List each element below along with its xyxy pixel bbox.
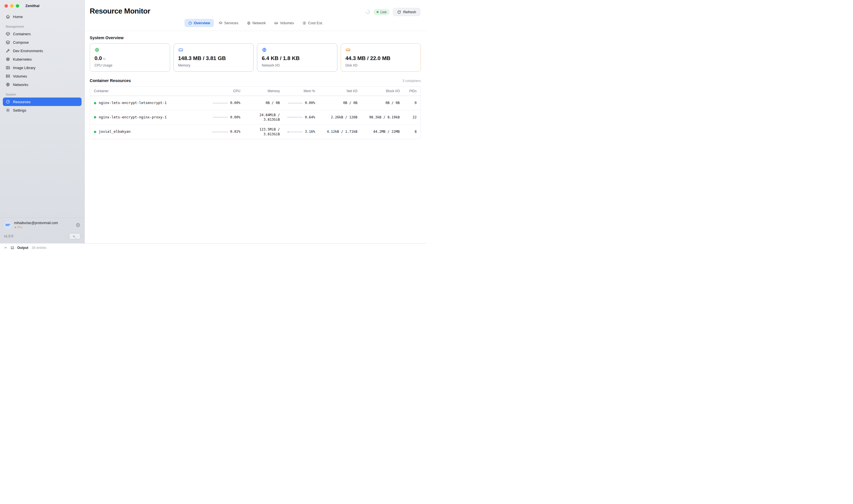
drive-stack-icon bbox=[6, 74, 10, 78]
tab-volumes[interactable]: Volumes bbox=[271, 19, 298, 27]
account-action-icon bbox=[75, 223, 81, 228]
block-io-cell: 44.2MB / 22MB bbox=[361, 127, 404, 137]
pids-cell: 22 bbox=[404, 112, 421, 122]
tab-label: Network bbox=[253, 21, 266, 25]
user-email: mihaiburlac@protonmail.com bbox=[14, 221, 58, 225]
mem-progress-bar bbox=[288, 117, 303, 118]
memory-value: 148.3 MB / 3.81 GB bbox=[178, 55, 249, 61]
sidebar-item-compose[interactable]: Compose bbox=[3, 38, 82, 47]
output-entries-count: 34 entries bbox=[32, 246, 47, 250]
mem-progress-bar bbox=[288, 103, 303, 104]
column-header-cpu: CPU bbox=[202, 87, 244, 95]
cpu-cell: 0.00% bbox=[202, 98, 244, 108]
tab-network[interactable]: Network bbox=[243, 19, 270, 27]
cpu-usage-label: CPU Usage bbox=[94, 64, 165, 67]
container-name-cell: nginx-lets-encrypt-nginx-proxy-1 bbox=[90, 112, 202, 122]
network-io-value: 6.4 KB / 1.8 KB bbox=[262, 55, 333, 61]
table-row[interactable]: nginx-lets-encrypt-letsencrypt-1 0.00% 0… bbox=[90, 96, 421, 110]
sidebar-item-label: Settings bbox=[13, 108, 26, 112]
user-meta: mihaiburlac@protonmail.com ★Pro bbox=[14, 221, 58, 229]
table-row[interactable]: nginx-lets-encrypt-nginx-proxy-1 0.00% 2… bbox=[90, 110, 421, 124]
column-header-memory: Memory bbox=[244, 87, 284, 95]
mem-pct-cell: 3.16% bbox=[284, 127, 319, 137]
mem-pct-value: 3.16% bbox=[305, 129, 315, 134]
memory-cell: 123.5MiB / 3.813GiB bbox=[244, 125, 284, 139]
live-status-badge: Live bbox=[373, 9, 389, 15]
gauge-icon bbox=[6, 100, 10, 104]
sidebar-item-label: Containers bbox=[13, 32, 31, 36]
tab-label: Services bbox=[224, 21, 238, 25]
chevron-up-icon[interactable] bbox=[4, 246, 7, 250]
disk-io-value: 44.3 MB / 22.0 MB bbox=[346, 55, 416, 61]
cpu-usage-value: 0.0% bbox=[94, 55, 165, 61]
disk-io-label: Disk I/O bbox=[346, 64, 416, 67]
account-action-button[interactable] bbox=[75, 223, 81, 228]
cpu-chip-icon bbox=[94, 47, 165, 52]
mem-pct-cell: 0.64% bbox=[284, 112, 319, 122]
sidebar-item-resources[interactable]: Resources bbox=[3, 97, 82, 106]
layers-icon bbox=[219, 21, 223, 25]
sidebar-item-kubernetes[interactable]: Kubernetes bbox=[3, 55, 82, 64]
cpu-value: 0.00% bbox=[230, 115, 240, 120]
sidebar-item-networks[interactable]: Networks bbox=[3, 80, 82, 89]
tab-services[interactable]: Services bbox=[215, 19, 242, 27]
pids-cell: 0 bbox=[404, 98, 421, 108]
globe-icon bbox=[247, 21, 251, 25]
memory-cell: 0B / 0B bbox=[244, 98, 284, 108]
main-content: Resource Monitor Live Refresh bbox=[85, 0, 426, 243]
sidebar-item-settings[interactable]: Settings bbox=[3, 106, 82, 114]
memory-icon bbox=[178, 47, 249, 52]
tab-cost-est[interactable]: Cost Est. bbox=[299, 19, 327, 27]
memory-label: Memory bbox=[178, 64, 249, 67]
container-name-cell: jovial_elbakyan bbox=[90, 127, 202, 137]
tab-label: Overview bbox=[194, 21, 210, 25]
column-header-block-io: Block I/O bbox=[361, 87, 404, 95]
layers-icon bbox=[6, 40, 10, 44]
globe-icon bbox=[262, 47, 333, 52]
sidebar-item-label: Compose bbox=[13, 40, 29, 44]
sidebar: Zenithal Home Management Containers Comp… bbox=[0, 0, 85, 243]
memory-cell: 24.84MiB / 3.813GiB bbox=[244, 110, 284, 124]
drive-icon bbox=[274, 21, 278, 25]
live-dot-icon bbox=[377, 11, 379, 13]
globe-icon bbox=[6, 82, 10, 87]
container-resources-header: Container Resources 3 containers bbox=[90, 78, 421, 83]
sidebar-item-image-library[interactable]: Image Library bbox=[3, 64, 82, 72]
helm-wheel-icon bbox=[6, 57, 10, 61]
box-icon bbox=[6, 32, 10, 36]
output-bar[interactable]: Output 34 entries bbox=[0, 243, 426, 252]
tab-label: Volumes bbox=[280, 21, 294, 25]
close-window-button[interactable] bbox=[4, 4, 8, 7]
minimize-window-button[interactable] bbox=[10, 4, 14, 7]
container-resources-heading: Container Resources bbox=[90, 78, 131, 83]
version-row: v1.0.0 >_ bbox=[0, 231, 84, 243]
table-header-row: Container CPU Memory Mem % Net I/O Block… bbox=[90, 87, 421, 96]
terminal-icon: >_ bbox=[73, 235, 76, 238]
tab-bar: Overview Services Network Volumes bbox=[85, 16, 426, 31]
terminal-button[interactable]: >_ bbox=[69, 233, 81, 239]
system-overview-heading: System Overview bbox=[90, 36, 421, 40]
column-header-pids: PIDs bbox=[404, 87, 421, 95]
sidebar-nav: Home Management Containers Compose Dev E… bbox=[0, 11, 84, 114]
cpu-progress-bar bbox=[213, 117, 228, 118]
refresh-button[interactable]: Refresh bbox=[393, 8, 420, 16]
sidebar-item-dev-environments[interactable]: Dev Environments bbox=[3, 47, 82, 55]
disk-io-card: 44.3 MB / 22.0 MB Disk I/O bbox=[341, 43, 421, 72]
refresh-icon bbox=[397, 10, 401, 14]
main-row: Zenithal Home Management Containers Comp… bbox=[0, 0, 426, 243]
sidebar-item-home[interactable]: Home bbox=[3, 13, 82, 21]
home-icon bbox=[6, 14, 10, 19]
sidebar-item-volumes[interactable]: Volumes bbox=[3, 72, 82, 80]
tab-overview[interactable]: Overview bbox=[185, 19, 214, 27]
running-status-icon bbox=[94, 116, 96, 119]
container-name: nginx-lets-encrypt-letsencrypt-1 bbox=[99, 101, 167, 105]
cpu-value: 0.02% bbox=[230, 129, 240, 134]
user-plan-label: Pro bbox=[17, 226, 22, 229]
sidebar-item-label: Volumes bbox=[13, 74, 27, 78]
sidebar-item-containers[interactable]: Containers bbox=[3, 30, 82, 38]
zoom-window-button[interactable] bbox=[16, 4, 19, 7]
live-label: Live bbox=[380, 10, 386, 14]
mem-progress-bar bbox=[288, 131, 303, 132]
running-status-icon bbox=[94, 102, 96, 104]
table-row[interactable]: jovial_elbakyan 0.02% 123.5MiB / 3.813Gi… bbox=[90, 124, 421, 139]
